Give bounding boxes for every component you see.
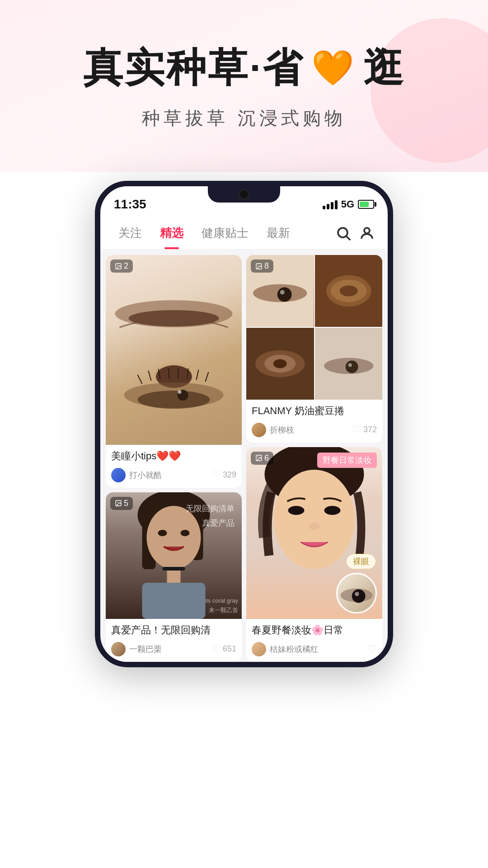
svg-point-49: [274, 470, 355, 569]
svg-point-54: [352, 589, 366, 603]
nav-tabs: 关注 精选 健康贴士 最新: [100, 217, 388, 250]
svg-line-12: [169, 368, 169, 378]
username-flanmy: 折柳枝: [270, 425, 349, 435]
svg-rect-26: [142, 583, 206, 619]
card-eye-tips[interactable]: 2 美瞳小tips❤️❤️ 打小就酷 ♡ 329: [106, 255, 242, 488]
naked-eye-tag: 裸眼: [346, 554, 376, 569]
card-repurchase-footer: 一颗巴栗 ♡ 651: [111, 642, 236, 656]
svg-point-52: [309, 523, 320, 530]
svg-point-32: [277, 288, 292, 302]
hero-title: 真实种草·省 🧡 逛: [83, 41, 404, 95]
card-repurchase-info: 真爱产品！无限回购清 一颗巴栗 ♡ 651: [106, 619, 242, 662]
svg-point-57: [258, 457, 258, 458]
card-repurchase-image: slexi secrets coral gray 来一颗乙首 5: [106, 492, 242, 619]
svg-point-37: [339, 286, 357, 297]
tab-health[interactable]: 健康贴士: [192, 217, 258, 249]
eye-preview-svg: [338, 574, 375, 612]
avatar-repurchase: [111, 642, 126, 656]
card-repurchase[interactable]: slexi secrets coral gray 来一颗乙首 5: [106, 492, 242, 662]
svg-point-47: [258, 264, 258, 265]
svg-line-11: [159, 369, 160, 379]
avatar-flanmy: [252, 423, 266, 437]
face-image-2: 野餐日常淡妆 裸眼: [246, 447, 382, 619]
svg-line-9: [138, 375, 142, 384]
image-count-flanmy: 8: [251, 259, 273, 273]
username-dakuaijuko: 打小就酷: [129, 470, 208, 481]
wild-picnic-tag: 野餐日常淡妆: [317, 453, 377, 468]
card-spring-info: 春夏野餐淡妆🌸日常 桔妹粉或橘红 ♡: [246, 619, 382, 662]
heart-icon-2: ♡: [352, 424, 361, 436]
svg-point-18: [117, 264, 118, 265]
svg-point-55: [355, 592, 359, 596]
avatar-dakuaijuko: [111, 468, 126, 482]
card-eye-tips-info: 美瞳小tips❤️❤️ 打小就酷 ♡ 329: [106, 445, 242, 488]
hero-title-text2: 逛: [363, 41, 405, 95]
phone-time: 11:35: [114, 197, 146, 212]
svg-rect-27: [163, 567, 185, 571]
signal-bar-1: [323, 206, 325, 209]
signal-bar-2: [327, 204, 329, 209]
grid-roll-svg2: [246, 328, 314, 400]
svg-point-50: [288, 506, 305, 515]
card-eye-tips-title: 美瞳小tips❤️❤️: [111, 449, 236, 463]
svg-line-1: [347, 236, 350, 240]
image-text-overlay: 无限回购清单 真爱产品: [186, 501, 235, 531]
svg-line-10: [149, 371, 151, 381]
card-spring-footer: 桔妹粉或橘红 ♡: [252, 642, 377, 656]
svg-point-23: [158, 530, 167, 536]
tab-latest[interactable]: 最新: [258, 217, 299, 249]
image-icon-3: [255, 263, 263, 270]
hero-subtitle: 种草拔草 沉浸式购物: [142, 106, 346, 131]
username-repurchase: 一颗巴栗: [129, 644, 208, 655]
svg-point-8: [178, 390, 182, 394]
likes-repurchase: ♡ 651: [212, 643, 236, 655]
card-flanmy-footer: 折柳枝 ♡ 372: [252, 423, 377, 437]
card-flanmy-image: 8: [246, 255, 382, 400]
card-eye-tips-image: 2: [106, 255, 242, 445]
svg-point-41: [273, 359, 287, 368]
svg-point-2: [364, 228, 370, 233]
phone-mockup: 11:35 5G 关注 精选: [95, 181, 393, 667]
svg-line-16: [206, 372, 209, 382]
hero-heart-emoji: 🧡: [311, 48, 356, 88]
battery-fill: [360, 202, 369, 207]
phone-wrapper: 11:35 5G 关注 精选: [0, 172, 488, 667]
card-spring-image: 野餐日常淡妆 裸眼: [246, 447, 382, 619]
search-icon: [335, 225, 352, 241]
likes-spring: ♡: [368, 643, 377, 655]
left-column: 2 美瞳小tips❤️❤️ 打小就酷 ♡ 329: [106, 255, 242, 662]
profile-button[interactable]: [355, 222, 379, 245]
avatar-spring: [252, 642, 266, 656]
svg-point-44: [345, 361, 358, 373]
content-grid: 2 美瞳小tips❤️❤️ 打小就酷 ♡ 329: [100, 250, 388, 662]
grid-cell-eye2: [315, 328, 383, 400]
username-spring: 桔妹粉或橘红: [270, 644, 364, 655]
tab-follow[interactable]: 关注: [109, 217, 151, 249]
svg-point-33: [280, 290, 285, 295]
search-button[interactable]: [332, 222, 355, 245]
svg-point-6: [138, 391, 210, 409]
tab-featured[interactable]: 精选: [151, 217, 192, 249]
svg-point-24: [181, 530, 190, 536]
eye-illustration: [106, 255, 242, 445]
eye-circle-preview: [336, 573, 377, 613]
svg-point-0: [338, 228, 347, 237]
grid-roll-svg1: [315, 255, 383, 327]
card-flanmy[interactable]: 8 FLANMY 奶油蜜豆捲 折柳枝 ♡ 372: [246, 255, 382, 443]
phone-status-icons: 5G: [323, 198, 374, 210]
image-grid-flanmy: [246, 255, 382, 400]
likes-flanmy: ♡ 372: [352, 424, 377, 436]
signal-bar-3: [331, 202, 333, 209]
card-spring-title: 春夏野餐淡妆🌸日常: [252, 623, 377, 637]
svg-point-29: [117, 502, 118, 503]
card-spring-makeup[interactable]: 野餐日常淡妆 裸眼: [246, 447, 382, 662]
image-icon-2: [115, 500, 122, 507]
eye-image: [106, 255, 242, 445]
camera-lens: [239, 189, 249, 200]
image-count-badge: 2: [110, 259, 133, 273]
phone-status-bar: 11:35 5G: [100, 186, 388, 217]
network-label: 5G: [341, 198, 354, 210]
signal-bar-4: [335, 200, 338, 209]
image-count-repurchase: 5: [110, 497, 133, 510]
image-count-spring: 6: [251, 452, 273, 465]
